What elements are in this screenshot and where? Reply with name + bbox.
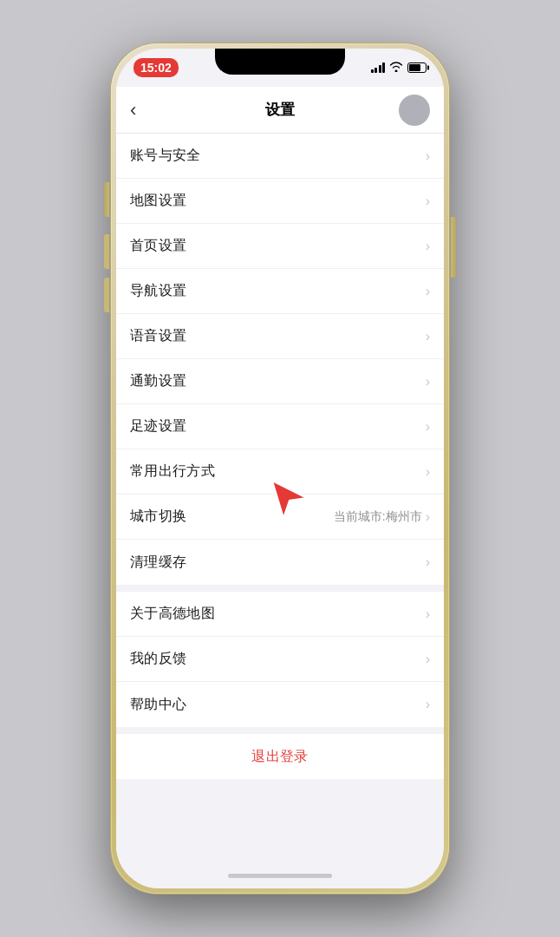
item-label: 帮助中心 (130, 696, 186, 714)
item-right: › (426, 239, 430, 254)
item-right: › (426, 284, 430, 299)
list-item[interactable]: 常用出行方式 › (116, 449, 444, 495)
home-indicator (116, 862, 444, 888)
item-right: › (426, 554, 430, 570)
settings-list: 账号与安全 › 地图设置 › (116, 134, 444, 862)
item-label: 关于高德地图 (130, 605, 215, 623)
item-left: 帮助中心 (130, 696, 426, 714)
item-left: 我的反馈 (130, 650, 426, 668)
chevron-icon: › (426, 606, 430, 622)
list-item[interactable]: 通勤设置 › (116, 359, 444, 404)
list-item[interactable]: 我的反馈 › (116, 637, 444, 682)
item-left: 关于高德地图 (130, 605, 426, 623)
item-label: 首页设置 (130, 237, 186, 255)
list-item[interactable]: 清理缓存 › (116, 540, 444, 585)
item-label: 导航设置 (130, 282, 186, 300)
item-label: 足迹设置 (130, 417, 186, 436)
chevron-icon: › (426, 148, 430, 164)
item-right: 当前城市:梅州市 › (334, 509, 430, 525)
item-left: 账号与安全 (130, 147, 426, 165)
chevron-icon: › (426, 374, 430, 390)
city-value: 当前城市:梅州市 (334, 509, 422, 525)
page-title: 设置 (265, 100, 296, 120)
logout-label: 退出登录 (251, 748, 308, 766)
item-label: 常用出行方式 (130, 462, 215, 481)
item-label: 城市切换 (130, 508, 186, 526)
back-button[interactable]: ‹ (130, 99, 136, 121)
city-switch-item[interactable]: 城市切换 当前城市:梅州市 › (116, 495, 444, 540)
item-label: 账号与安全 (130, 147, 201, 165)
chevron-icon: › (426, 554, 430, 570)
time-display: 15:02 (133, 58, 179, 77)
item-left: 地图设置 (130, 192, 426, 210)
phone-frame: 15:02 (111, 43, 449, 894)
item-left: 足迹设置 (130, 417, 426, 436)
list-item[interactable]: 首页设置 › (116, 224, 444, 269)
list-item[interactable]: 地图设置 › (116, 179, 444, 224)
settings-section-1: 账号与安全 › 地图设置 › (116, 134, 444, 585)
chevron-icon: › (426, 239, 430, 254)
item-left: 通勤设置 (130, 372, 426, 390)
chevron-icon: › (426, 419, 430, 435)
item-left: 导航设置 (130, 282, 426, 300)
signal-icon (371, 62, 386, 73)
list-item[interactable]: 帮助中心 › (116, 682, 444, 727)
logout-section: 退出登录 (116, 734, 444, 779)
settings-section-2: 关于高德地图 › 我的反馈 › (116, 592, 444, 727)
item-right: › (426, 606, 430, 622)
item-label: 语音设置 (130, 327, 186, 345)
logout-button[interactable]: 退出登录 (116, 734, 444, 779)
home-bar (228, 874, 332, 878)
item-right: › (426, 697, 430, 712)
chevron-icon: › (426, 284, 430, 299)
notch (215, 49, 345, 75)
chevron-icon: › (426, 464, 430, 480)
item-label: 通勤设置 (130, 372, 186, 390)
battery-icon (407, 62, 427, 73)
list-item[interactable]: 账号与安全 › (116, 134, 444, 179)
item-right: › (426, 652, 430, 667)
item-right: › (426, 148, 430, 164)
item-left: 首页设置 (130, 237, 426, 255)
item-right: › (426, 374, 430, 390)
item-left: 语音设置 (130, 327, 426, 345)
nav-bar: ‹ 设置 (116, 87, 444, 134)
item-left: 常用出行方式 (130, 462, 426, 481)
list-item[interactable]: 足迹设置 › (116, 404, 444, 449)
status-icons (371, 62, 427, 75)
item-right: › (426, 419, 430, 435)
item-right: › (426, 329, 430, 344)
item-left: 清理缓存 (130, 554, 426, 572)
chevron-icon: › (426, 652, 430, 667)
list-item[interactable]: 关于高德地图 › (116, 592, 444, 637)
phone-screen: 15:02 (116, 49, 444, 888)
chevron-icon: › (426, 329, 430, 344)
item-label: 我的反馈 (130, 650, 186, 668)
item-left: 城市切换 (130, 508, 334, 526)
avatar (399, 95, 430, 126)
chevron-icon: › (426, 509, 430, 525)
status-bar: 15:02 (116, 49, 444, 87)
item-right: › (426, 464, 430, 480)
item-label: 地图设置 (130, 192, 186, 210)
item-right: › (426, 193, 430, 209)
item-label: 清理缓存 (130, 554, 186, 572)
chevron-icon: › (426, 697, 430, 712)
wifi-icon (389, 62, 403, 75)
list-item[interactable]: 语音设置 › (116, 314, 444, 359)
list-item[interactable]: 导航设置 › (116, 269, 444, 314)
chevron-icon: › (426, 193, 430, 209)
